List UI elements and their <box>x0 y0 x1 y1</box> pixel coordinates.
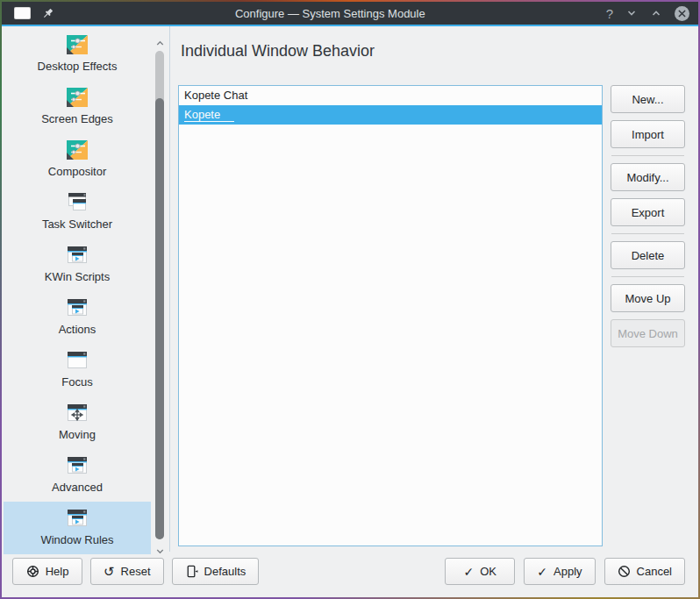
sidebar-item-label: Task Switcher <box>42 217 112 231</box>
display-settings-icon <box>65 85 89 110</box>
minimize-icon[interactable] <box>625 7 638 19</box>
check-icon: ✓ <box>464 566 475 578</box>
titlebar: Configure — System Settings Module ? <box>2 2 698 26</box>
sidebar-item-label: Compositor <box>48 165 106 178</box>
sidebar-item-compositor[interactable]: Compositor <box>4 133 151 186</box>
ok-button[interactable]: ✓ OK <box>445 558 515 585</box>
window-title: Configure — System Settings Module <box>54 7 606 20</box>
window-play-icon <box>65 296 89 320</box>
button-group-separator <box>611 276 684 277</box>
page-title: Individual Window Behavior <box>181 42 375 61</box>
configure-dialog: Configure — System Settings Module ? Des… <box>2 2 698 597</box>
sidebar-item-label: KWin Scripts <box>45 270 110 283</box>
display-settings-icon <box>65 32 89 57</box>
sidebar-item-label: Actions <box>59 323 96 336</box>
window-play-icon <box>65 453 89 478</box>
sidebar-item-kwin-scripts[interactable]: KWin Scripts <box>4 239 151 291</box>
rule-list-item[interactable]: Kopete <box>179 105 602 125</box>
sidebar-item-label: Moving <box>59 428 96 441</box>
sidebar-item-label: Focus <box>61 375 92 389</box>
footer-right-buttons: ✓ OK ✓ Apply Cancel <box>445 558 685 585</box>
window-plain-icon <box>65 348 89 373</box>
apply-button[interactable]: ✓ Apply <box>524 558 595 585</box>
window-move-icon <box>65 401 89 425</box>
scroll-up-icon[interactable] <box>154 37 166 49</box>
new-button[interactable]: New... <box>611 85 685 113</box>
rule-name: Kopete Chat <box>184 89 247 102</box>
modify-button[interactable]: Modify... <box>611 163 685 191</box>
move-up-button[interactable]: Move Up <box>611 284 685 312</box>
sidebar-item-label: Desktop Effects <box>38 60 118 73</box>
sidebar-scrollbar <box>152 26 168 557</box>
sidebar-item-focus[interactable]: Focus <box>4 344 151 396</box>
sidebar-item-label: Window Rules <box>40 533 113 546</box>
maximize-icon[interactable] <box>650 7 662 19</box>
cancel-icon <box>618 565 631 578</box>
sidebar-item-label: Advanced <box>52 481 103 494</box>
panel-separator <box>169 26 170 552</box>
action-buttons: New...ImportModify...ExportDeleteMove Up… <box>611 85 685 347</box>
defaults-button[interactable]: Defaults <box>172 558 260 585</box>
cancel-button[interactable]: Cancel <box>604 558 685 585</box>
scrollbar-thumb[interactable] <box>155 98 164 539</box>
close-icon[interactable] <box>675 6 689 21</box>
sidebar-item-task-switcher[interactable]: Task Switcher <box>4 186 151 239</box>
windows-overlap-icon <box>65 190 89 215</box>
rule-list[interactable]: Kopete ChatKopete <box>178 85 603 546</box>
reset-icon: ↺ <box>104 565 115 578</box>
button-group-separator <box>611 155 684 156</box>
rule-name-edit: Kopete <box>184 108 234 122</box>
sidebar-item-actions[interactable]: Actions <box>4 291 151 344</box>
delete-button[interactable]: Delete <box>611 241 685 269</box>
footer-left-buttons: Help ↺ Reset Defaults <box>12 558 259 585</box>
help-button[interactable]: Help <box>12 558 82 585</box>
rule-list-item[interactable]: Kopete Chat <box>179 86 602 105</box>
help-icon[interactable]: ? <box>606 7 613 20</box>
sidebar-item-moving[interactable]: Moving <box>4 396 151 449</box>
reset-button[interactable]: ↺ Reset <box>90 558 164 585</box>
window-frame: Configure — System Settings Module ? Des… <box>0 0 700 599</box>
scroll-down-icon[interactable] <box>154 545 166 557</box>
display-settings-icon <box>65 138 89 162</box>
defaults-icon <box>185 565 198 578</box>
export-button[interactable]: Export <box>611 198 685 226</box>
scrollbar-track[interactable] <box>155 51 164 539</box>
window-menu-icon[interactable] <box>14 7 31 19</box>
sidebar-item-window-rules[interactable]: Window Rules <box>4 502 151 554</box>
sidebar-item-advanced[interactable]: Advanced <box>4 449 151 502</box>
sidebar: Desktop EffectsScreen EdgesCompositorTas… <box>4 28 151 554</box>
button-group-separator <box>611 233 684 234</box>
help-buoy-icon <box>26 565 39 578</box>
import-button[interactable]: Import <box>611 120 685 148</box>
check-icon: ✓ <box>537 566 547 578</box>
window-play-icon <box>65 243 89 267</box>
sidebar-item-screen-edges[interactable]: Screen Edges <box>4 81 151 133</box>
sidebar-item-desktop-effects[interactable]: Desktop Effects <box>4 28 151 81</box>
sidebar-item-label: Screen Edges <box>41 112 113 125</box>
move-down-button: Move Down <box>611 319 685 347</box>
window-play-icon <box>65 506 89 531</box>
pin-icon[interactable] <box>41 7 54 20</box>
